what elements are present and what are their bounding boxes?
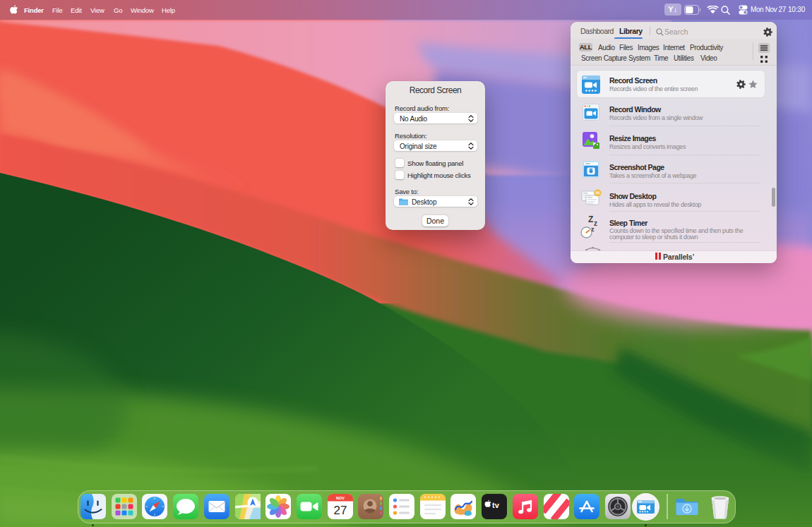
svg-text:tv: tv (492, 501, 500, 509)
svg-text:NOV: NOV (336, 496, 345, 500)
svg-text:27: 27 (333, 504, 347, 517)
